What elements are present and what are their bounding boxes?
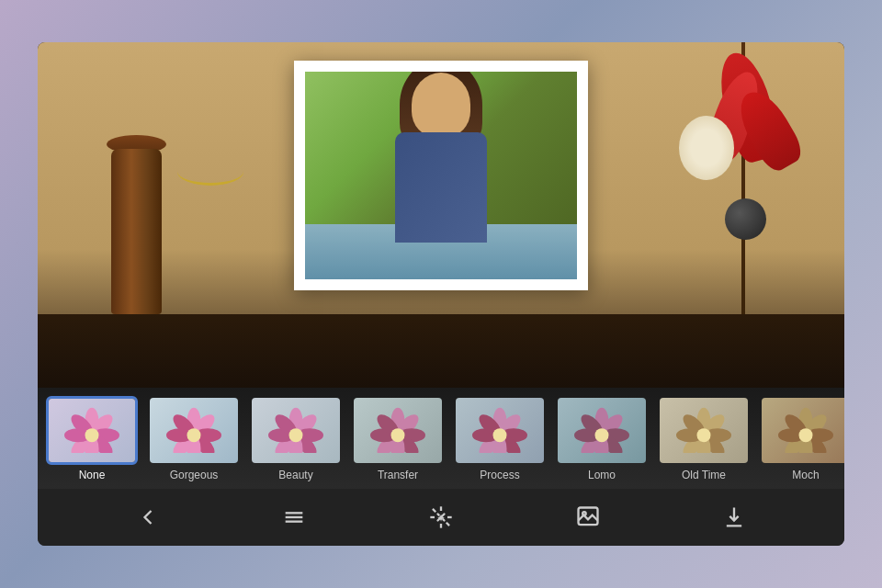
filter-none[interactable]: None [42, 396, 141, 481]
filter-label-process: Process [480, 469, 519, 481]
layers-button[interactable] [274, 497, 314, 537]
svg-point-26 [289, 428, 303, 442]
svg-point-83 [582, 512, 586, 515]
svg-point-62 [697, 428, 711, 442]
framed-photo-inner [305, 72, 577, 279]
filter-label-none: None [79, 469, 106, 481]
filter-moch[interactable]: Moch [756, 396, 844, 481]
gallery-button[interactable] [568, 497, 608, 537]
cylinder-rope [177, 158, 243, 186]
left-cylinder [111, 149, 162, 314]
filter-label-moch: Moch [792, 469, 819, 481]
svg-point-35 [391, 428, 405, 442]
filter-strip: None Gorgeous Beauty Transfer [38, 388, 844, 489]
filter-label-old-time: Old Time [682, 469, 726, 481]
svg-point-17 [187, 428, 201, 442]
filter-process[interactable]: Process [450, 396, 549, 481]
photo-area [38, 42, 844, 388]
filter-old-time[interactable]: Old Time [654, 396, 753, 481]
svg-point-44 [493, 428, 507, 442]
filter-label-transfer: Transfer [378, 469, 418, 481]
framed-photo [294, 61, 588, 290]
filter-label-lomo: Lomo [588, 469, 616, 481]
scene-background [38, 42, 844, 388]
magic-button[interactable]: ✦ [421, 497, 461, 537]
scene-bottom [38, 314, 844, 388]
app-window: None Gorgeous Beauty Transfer [38, 42, 844, 546]
back-button[interactable] [128, 497, 168, 537]
svg-point-8 [85, 428, 99, 442]
svg-text:✦: ✦ [436, 512, 446, 524]
filter-label-beauty: Beauty [278, 469, 312, 481]
filter-beauty[interactable]: Beauty [246, 396, 345, 481]
dark-ball [725, 198, 766, 240]
filter-gorgeous[interactable]: Gorgeous [144, 396, 243, 481]
svg-line-78 [447, 523, 449, 526]
person-figure [377, 86, 505, 279]
download-button[interactable] [714, 497, 754, 537]
svg-point-71 [799, 428, 813, 442]
toolbar: ✦ [38, 489, 844, 546]
white-flower [679, 116, 734, 180]
shirt [395, 132, 487, 243]
svg-line-77 [433, 509, 435, 512]
svg-point-53 [595, 428, 609, 442]
filter-transfer[interactable]: Transfer [348, 396, 447, 481]
face [412, 73, 470, 137]
filter-label-gorgeous: Gorgeous [170, 469, 219, 481]
filter-lomo[interactable]: Lomo [552, 396, 651, 481]
